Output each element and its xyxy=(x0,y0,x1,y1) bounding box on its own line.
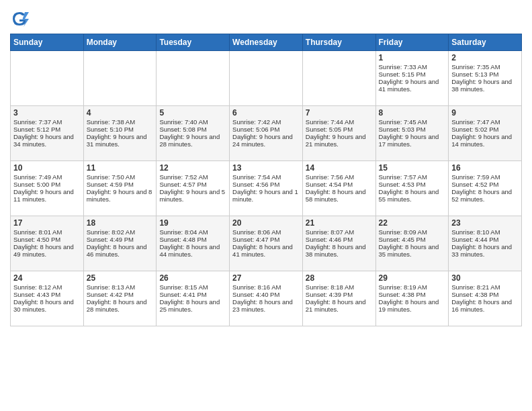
day-info: Sunset: 4:54 PM xyxy=(306,181,373,188)
day-info: Sunrise: 7:56 AM xyxy=(306,173,373,181)
day-info: Sunset: 4:41 PM xyxy=(159,291,226,298)
day-info: Sunrise: 8:12 AM xyxy=(13,283,81,291)
calendar-cell: 9Sunrise: 7:47 AMSunset: 5:02 PMDaylight… xyxy=(449,106,522,161)
day-info: Daylight: 8 hours and 58 minutes. xyxy=(306,188,373,203)
calendar-cell: 21Sunrise: 8:07 AMSunset: 4:46 PMDayligh… xyxy=(302,216,375,271)
day-info: Sunrise: 8:16 AM xyxy=(232,283,300,291)
day-number: 6 xyxy=(232,108,300,118)
logo xyxy=(10,9,30,28)
day-info: Daylight: 8 hours and 33 minutes. xyxy=(451,243,519,258)
calendar-cell: 25Sunrise: 8:13 AMSunset: 4:42 PMDayligh… xyxy=(83,271,157,326)
day-info: Daylight: 9 hours and 8 minutes. xyxy=(87,188,154,203)
day-number: 3 xyxy=(13,108,81,118)
calendar-cell: 17Sunrise: 8:01 AMSunset: 4:50 PMDayligh… xyxy=(11,216,84,271)
day-info: Daylight: 9 hours and 41 minutes. xyxy=(379,78,446,93)
day-info: Sunset: 4:47 PM xyxy=(232,236,300,243)
day-info: Sunset: 5:13 PM xyxy=(451,71,519,78)
week-row-5: 24Sunrise: 8:12 AMSunset: 4:43 PMDayligh… xyxy=(11,271,522,326)
logo-icon xyxy=(10,9,29,28)
day-info: Sunset: 4:44 PM xyxy=(451,236,519,243)
day-number: 7 xyxy=(306,108,373,118)
day-info: Sunrise: 7:33 AM xyxy=(379,63,446,71)
day-number: 9 xyxy=(451,108,519,118)
weekday-header-sunday: Sunday xyxy=(11,34,84,51)
calendar-cell xyxy=(11,51,84,106)
day-info: Sunset: 5:00 PM xyxy=(13,181,81,188)
day-info: Sunset: 5:06 PM xyxy=(232,126,300,133)
day-info: Daylight: 8 hours and 38 minutes. xyxy=(306,243,373,258)
day-number: 14 xyxy=(306,163,373,173)
day-info: Sunset: 5:10 PM xyxy=(87,126,154,133)
day-number: 30 xyxy=(451,273,519,283)
day-info: Daylight: 8 hours and 30 minutes. xyxy=(13,298,81,313)
day-number: 15 xyxy=(379,163,446,173)
day-info: Daylight: 9 hours and 31 minutes. xyxy=(87,133,154,148)
day-info: Daylight: 8 hours and 49 minutes. xyxy=(13,243,81,258)
day-info: Daylight: 9 hours and 21 minutes. xyxy=(306,133,373,148)
day-info: Sunset: 4:38 PM xyxy=(379,291,446,298)
calendar-cell: 11Sunrise: 7:50 AMSunset: 4:59 PMDayligh… xyxy=(83,161,157,216)
calendar-cell: 14Sunrise: 7:56 AMSunset: 4:54 PMDayligh… xyxy=(302,161,375,216)
day-number: 27 xyxy=(232,273,300,283)
day-info: Sunset: 5:15 PM xyxy=(379,71,446,78)
day-info: Sunset: 4:45 PM xyxy=(379,236,446,243)
weekday-header-tuesday: Tuesday xyxy=(157,34,230,51)
day-info: Sunrise: 7:40 AM xyxy=(159,118,226,126)
day-info: Daylight: 8 hours and 25 minutes. xyxy=(159,298,226,313)
day-number: 11 xyxy=(87,163,154,173)
day-number: 1 xyxy=(379,53,446,62)
day-info: Sunrise: 8:07 AM xyxy=(306,228,373,236)
calendar-cell: 24Sunrise: 8:12 AMSunset: 4:43 PMDayligh… xyxy=(11,271,84,326)
calendar-cell: 5Sunrise: 7:40 AMSunset: 5:08 PMDaylight… xyxy=(157,106,230,161)
day-info: Sunrise: 8:18 AM xyxy=(306,283,373,291)
day-info: Sunrise: 7:42 AM xyxy=(232,118,300,126)
day-number: 26 xyxy=(159,273,226,283)
calendar-cell: 27Sunrise: 8:16 AMSunset: 4:40 PMDayligh… xyxy=(230,271,303,326)
calendar-cell: 8Sunrise: 7:45 AMSunset: 5:03 PMDaylight… xyxy=(375,106,449,161)
day-info: Sunrise: 8:01 AM xyxy=(13,228,81,236)
calendar-cell: 12Sunrise: 7:52 AMSunset: 4:57 PMDayligh… xyxy=(157,161,230,216)
day-info: Daylight: 8 hours and 35 minutes. xyxy=(379,243,446,258)
day-info: Sunset: 4:43 PM xyxy=(13,291,81,298)
day-number: 16 xyxy=(451,163,519,173)
calendar-cell: 28Sunrise: 8:18 AMSunset: 4:39 PMDayligh… xyxy=(302,271,375,326)
day-info: Sunset: 4:40 PM xyxy=(232,291,300,298)
weekday-header-monday: Monday xyxy=(83,34,157,51)
day-info: Daylight: 9 hours and 17 minutes. xyxy=(379,133,446,148)
day-info: Sunrise: 7:44 AM xyxy=(306,118,373,126)
day-info: Sunrise: 7:59 AM xyxy=(451,173,519,181)
calendar-cell: 13Sunrise: 7:54 AMSunset: 4:56 PMDayligh… xyxy=(230,161,303,216)
day-info: Daylight: 8 hours and 55 minutes. xyxy=(379,188,446,203)
weekday-header-thursday: Thursday xyxy=(302,34,375,51)
day-info: Sunrise: 7:50 AM xyxy=(87,173,154,181)
calendar-cell: 30Sunrise: 8:21 AMSunset: 4:38 PMDayligh… xyxy=(449,271,522,326)
day-info: Sunset: 4:48 PM xyxy=(159,236,226,243)
day-info: Daylight: 9 hours and 34 minutes. xyxy=(13,133,81,148)
calendar-cell: 6Sunrise: 7:42 AMSunset: 5:06 PMDaylight… xyxy=(230,106,303,161)
calendar-cell xyxy=(230,51,303,106)
day-info: Daylight: 9 hours and 24 minutes. xyxy=(232,133,300,148)
weekday-header-saturday: Saturday xyxy=(449,34,522,51)
day-info: Sunrise: 8:15 AM xyxy=(159,283,226,291)
day-info: Sunset: 5:02 PM xyxy=(451,126,519,133)
week-row-3: 10Sunrise: 7:49 AMSunset: 5:00 PMDayligh… xyxy=(11,161,522,216)
day-info: Daylight: 8 hours and 16 minutes. xyxy=(451,298,519,313)
calendar: SundayMondayTuesdayWednesdayThursdayFrid… xyxy=(10,34,522,326)
day-number: 21 xyxy=(306,218,373,228)
day-info: Sunrise: 8:19 AM xyxy=(379,283,446,291)
day-info: Sunset: 5:03 PM xyxy=(379,126,446,133)
calendar-cell: 18Sunrise: 8:02 AMSunset: 4:49 PMDayligh… xyxy=(83,216,157,271)
calendar-cell: 29Sunrise: 8:19 AMSunset: 4:38 PMDayligh… xyxy=(375,271,449,326)
weekday-header-friday: Friday xyxy=(375,34,449,51)
day-info: Sunrise: 8:06 AM xyxy=(232,228,300,236)
calendar-cell: 3Sunrise: 7:37 AMSunset: 5:12 PMDaylight… xyxy=(11,106,84,161)
day-info: Sunset: 4:38 PM xyxy=(451,291,519,298)
day-info: Daylight: 8 hours and 44 minutes. xyxy=(159,243,226,258)
calendar-cell: 19Sunrise: 8:04 AMSunset: 4:48 PMDayligh… xyxy=(157,216,230,271)
day-info: Sunrise: 7:49 AM xyxy=(13,173,81,181)
day-info: Daylight: 8 hours and 23 minutes. xyxy=(232,298,300,313)
calendar-cell: 1Sunrise: 7:33 AMSunset: 5:15 PMDaylight… xyxy=(375,51,449,106)
day-info: Daylight: 9 hours and 38 minutes. xyxy=(451,78,519,93)
day-number: 24 xyxy=(13,273,81,283)
day-info: Sunset: 4:39 PM xyxy=(306,291,373,298)
